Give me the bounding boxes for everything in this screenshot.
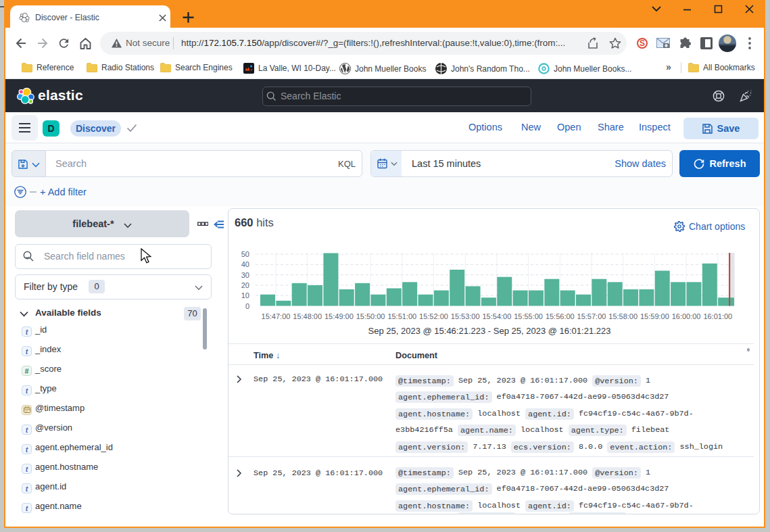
- svg-text:15:47:00: 15:47:00: [262, 312, 291, 320]
- svg-text:50: 50: [241, 250, 249, 258]
- svg-text:10: 10: [241, 291, 249, 299]
- svg-text:15:55:00: 15:55:00: [514, 312, 543, 320]
- svg-text:15:57:00: 15:57:00: [577, 312, 606, 320]
- svg-text:15:54:00: 15:54:00: [482, 312, 511, 320]
- svg-text:15:52:00: 15:52:00: [419, 312, 448, 320]
- svg-text:15:49:00: 15:49:00: [324, 312, 354, 320]
- svg-text:15:51:00: 15:51:00: [387, 312, 416, 320]
- svg-text:30: 30: [241, 271, 249, 279]
- svg-text:15:59:00: 15:59:00: [640, 312, 669, 320]
- svg-text:0: 0: [245, 302, 249, 310]
- svg-text:15:48:00: 15:48:00: [293, 312, 322, 320]
- svg-text:16:00:00: 16:00:00: [672, 312, 701, 320]
- svg-text:20: 20: [241, 281, 249, 289]
- svg-text:40: 40: [241, 260, 249, 268]
- svg-text:S: S: [640, 39, 645, 48]
- svg-text:15:50:00: 15:50:00: [356, 312, 385, 320]
- svg-text:15:58:00: 15:58:00: [608, 312, 637, 320]
- svg-text:15:53:00: 15:53:00: [451, 312, 480, 320]
- svg-text:15:56:00: 15:56:00: [546, 312, 575, 320]
- svg-text:16:01:00: 16:01:00: [703, 312, 732, 320]
